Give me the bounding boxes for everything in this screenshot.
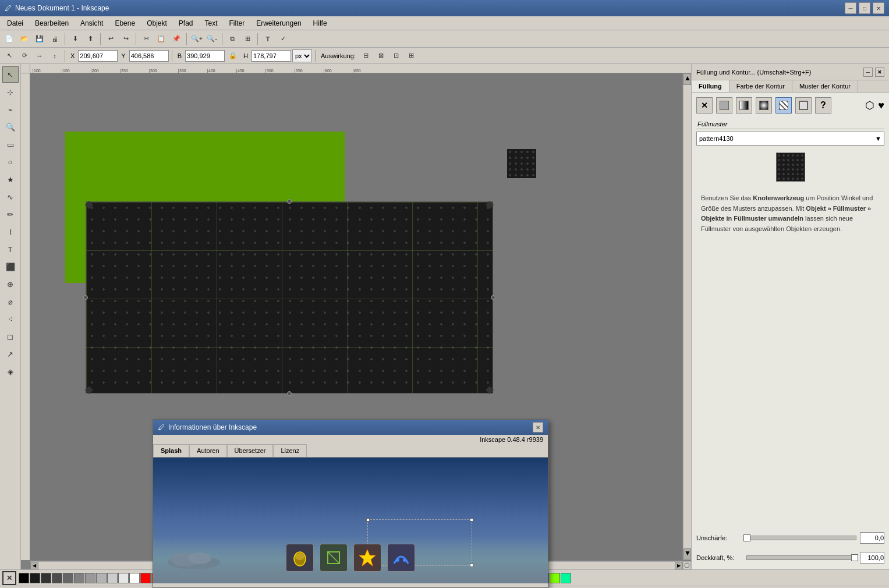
menu-pfad[interactable]: Pfad (174, 18, 198, 29)
dialog-tab-uebersetzer[interactable]: Übersetzer (227, 444, 274, 457)
fill-tool-btn[interactable]: ⊕ (2, 276, 19, 292)
rect-tool-btn[interactable]: ▭ (2, 136, 19, 153)
text-tool-btn[interactable]: T (2, 241, 19, 257)
menu-bearbeiten[interactable]: Bearbeiten (30, 18, 73, 29)
panel-controls[interactable]: ─ ✕ (863, 68, 884, 77)
opacity-slider-track[interactable] (746, 555, 856, 560)
zoom-out-button[interactable]: 🔍- (205, 32, 219, 46)
sel-handle-ml[interactable] (83, 295, 88, 300)
palette-color-cell[interactable] (140, 573, 151, 583)
fill-flat-btn[interactable] (716, 97, 732, 114)
dialog-close-btn[interactable]: ✕ (533, 422, 543, 433)
dialog-tab-splash[interactable]: Splash (153, 444, 189, 457)
fill-paint-server-btn[interactable]: ⬡ (865, 99, 874, 112)
fill-heart-btn[interactable]: ♥ (878, 100, 884, 112)
menu-erweiterungen[interactable]: Erweiterungen (252, 18, 306, 29)
fill-swatch-btn[interactable] (795, 97, 812, 114)
dialog-tab-lizenz[interactable]: Lizenz (273, 444, 307, 457)
palette-color-cell[interactable] (63, 573, 73, 583)
fill-none-btn[interactable]: ✕ (696, 97, 713, 114)
palette-color-cell[interactable] (96, 573, 107, 583)
new-button[interactable]: 📄 (2, 32, 16, 46)
fill-pattern-btn[interactable] (775, 97, 792, 114)
scroll-down-btn[interactable]: ▼ (683, 548, 691, 560)
redo-button[interactable]: ↪ (119, 32, 133, 46)
palette-color-cell[interactable] (74, 573, 84, 583)
paste-button[interactable]: 📌 (169, 32, 183, 46)
fill-radial-btn[interactable] (756, 97, 772, 114)
copy-button[interactable]: 📋 (154, 32, 168, 46)
blur-slider-track[interactable] (746, 536, 856, 540)
panel-minimize-btn[interactable]: ─ (863, 68, 873, 77)
scrollbar-vertical[interactable]: ▲ ▼ (683, 73, 691, 560)
tab-kontur-farbe[interactable]: Farbe der Kontur (729, 80, 792, 92)
pen-tool-btn[interactable]: ∿ (2, 189, 19, 205)
height-input[interactable] (252, 50, 291, 62)
import-button[interactable]: ⬇ (68, 32, 82, 46)
align-left-btn[interactable]: ⊟ (359, 49, 373, 63)
pencil-tool-btn[interactable]: ✏ (2, 206, 19, 222)
minimize-button[interactable]: ─ (845, 2, 856, 14)
align-grid-btn[interactable]: ⊞ (405, 49, 419, 63)
title-bar-controls[interactable]: ─ □ ✕ (845, 2, 884, 14)
menu-objekt[interactable]: Objekt (142, 18, 172, 29)
ungroup-button[interactable]: ⊞ (240, 32, 254, 46)
zoom-tool-btn[interactable]: 🔍 (2, 119, 19, 135)
scroll-up-btn[interactable]: ▲ (683, 73, 691, 85)
spray-tool-btn[interactable]: ⁖ (2, 311, 19, 327)
align-right-btn[interactable]: ⊠ (374, 49, 388, 63)
sel-handle-tc[interactable] (287, 199, 292, 204)
export-button[interactable]: ⬆ (83, 32, 97, 46)
undo-button[interactable]: ↩ (104, 32, 118, 46)
menu-filter[interactable]: Filter (225, 18, 250, 29)
cut-button[interactable]: ✂ (139, 32, 153, 46)
text-tool-tb[interactable]: T (261, 32, 275, 46)
fill-unknown-btn[interactable]: ? (815, 97, 831, 114)
transform-btn[interactable]: ⟳ (17, 49, 31, 63)
x-input[interactable] (78, 50, 118, 62)
tab-fuellung[interactable]: Füllung (692, 80, 729, 92)
flip-h-btn[interactable]: ↔ (33, 49, 47, 63)
menu-datei[interactable]: Datei (2, 18, 28, 29)
tab-kontur-muster[interactable]: Muster der Kontur (792, 80, 858, 92)
menu-ebene[interactable]: Ebene (110, 18, 140, 29)
y-input[interactable] (129, 50, 169, 62)
width-input[interactable] (185, 50, 225, 62)
align-center-btn[interactable]: ⊡ (389, 49, 403, 63)
menu-ansicht[interactable]: Ansicht (76, 18, 108, 29)
palette-color-cell[interactable] (41, 573, 51, 583)
callig-tool-btn[interactable]: ⌇ (2, 224, 19, 240)
tweak-tool-btn[interactable]: ⌁ (2, 101, 19, 118)
sel-handle-bc[interactable] (287, 391, 292, 396)
palette-color-cell[interactable] (118, 573, 129, 583)
palette-color-cell[interactable] (30, 573, 40, 583)
measure-tool-btn[interactable]: ◈ (2, 363, 19, 380)
lock-aspect-btn[interactable]: 🔒 (226, 49, 240, 63)
palette-color-cell[interactable] (52, 573, 62, 583)
dialog-tab-autoren[interactable]: Autoren (189, 444, 227, 457)
print-button[interactable]: 🖨 (48, 32, 62, 46)
select-all-btn[interactable]: ↖ (2, 49, 16, 63)
dropper-tool-btn[interactable]: ⌀ (2, 293, 19, 310)
palette-color-cell[interactable] (550, 573, 560, 583)
maximize-button[interactable]: □ (859, 2, 870, 14)
close-button[interactable]: ✕ (873, 2, 884, 14)
opacity-slider-thumb[interactable] (851, 554, 858, 561)
circle-tool-btn[interactable]: ○ (2, 154, 19, 170)
node-tool-btn[interactable]: ⊹ (2, 84, 19, 100)
select-tool-btn[interactable]: ↖ (2, 66, 19, 83)
sel-handle-mr[interactable] (491, 295, 495, 300)
connector-tool-btn[interactable]: ↗ (2, 346, 19, 362)
panel-close-btn[interactable]: ✕ (875, 68, 884, 77)
open-button[interactable]: 📂 (17, 32, 31, 46)
canvas-nav-btn[interactable] (683, 561, 691, 569)
blur-slider-thumb[interactable] (743, 534, 750, 541)
group-button[interactable]: ⧉ (225, 32, 239, 46)
menu-text[interactable]: Text (200, 18, 222, 29)
star-tool-btn[interactable]: ★ (2, 171, 19, 187)
palette-color-cell[interactable] (85, 573, 95, 583)
zoom-in-button[interactable]: 🔍+ (190, 32, 204, 46)
spell-check[interactable]: ✓ (276, 32, 290, 46)
unit-select[interactable]: px (292, 49, 312, 62)
flip-v-btn[interactable]: ↕ (48, 49, 62, 63)
